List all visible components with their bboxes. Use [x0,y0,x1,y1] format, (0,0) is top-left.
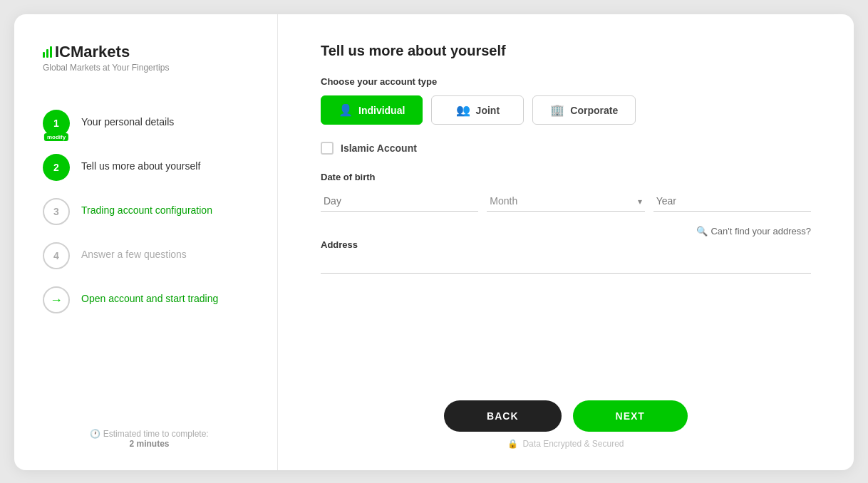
dob-year-input[interactable] [653,191,811,212]
step-4-label-area: Answer a few questions [81,242,187,261]
logo-bar-2 [46,49,48,58]
actions-row: BACK NEXT [321,379,811,432]
step-1-circle: 1 modify [43,110,70,137]
address-section: 🔍 Can't find your address? Address [321,226,811,274]
step-4-label: Answer a few questions [81,249,187,260]
step-2-label: Tell us more about yourself [81,160,200,172]
dob-section: Date of birth Month January February Mar… [321,172,811,212]
address-label: Address [321,239,811,250]
logo-ic: IC [55,43,71,61]
lock-icon: 🔒 [507,439,518,449]
dob-year-field [653,191,811,212]
individual-icon: 👤 [339,103,353,117]
address-input[interactable] [321,253,811,274]
step-5-label[interactable]: Open account and start trading [81,293,218,304]
step-3-label[interactable]: Trading account configuration [81,204,212,216]
section-title: Tell us more about yourself [321,43,811,59]
sidebar: ICMarkets Global Markets at Your Fingert… [14,14,278,470]
step-5-arrow-icon: → [50,293,63,308]
step-1-label: Your personal details [81,116,174,128]
step-3-label-area: Trading account configuration [81,198,212,217]
main-content: Tell us more about yourself Choose your … [278,14,854,470]
account-type-row: 👤 Individual 👥 Joint 🏢 Corporate [321,95,811,125]
islamic-account-label[interactable]: Islamic Account [341,142,417,154]
step-3-number: 3 [53,206,59,217]
logo-bar-3 [50,46,52,58]
step-2: 2 Tell us more about yourself [43,145,256,189]
islamic-account-checkbox[interactable] [321,142,334,155]
next-button[interactable]: NEXT [573,400,688,432]
step-4-number: 4 [53,250,59,261]
step-4: 4 Answer a few questions [43,234,256,278]
logo-bar-1 [43,52,45,58]
step-5: → Open account and start trading [43,278,256,322]
dob-month-field: Month January February March April May J… [487,191,644,212]
dob-month-select[interactable]: Month January February March April May J… [487,191,644,212]
step-2-circle: 2 [43,154,70,181]
logo-tagline: Global Markets at Your Fingertips [43,63,169,73]
steps-list: 1 modify Your personal details 2 [43,101,256,415]
dob-title: Date of birth [321,172,811,182]
dob-day-input[interactable] [321,191,478,212]
step-2-label-area: Tell us more about yourself [81,154,200,172]
step-3-circle: 3 [43,198,70,225]
logo-markets: Markets [71,43,130,61]
step-4-circle: 4 [43,242,70,269]
dob-day-field [321,191,478,212]
corporate-icon: 🏢 [550,103,564,117]
security-text: Data Encrypted & Secured [522,439,624,449]
cant-find-address-link[interactable]: 🔍 Can't find your address? [696,226,811,237]
logo-bars-icon [43,46,52,58]
corporate-label: Corporate [570,105,618,116]
logo-area: ICMarkets Global Markets at Your Fingert… [43,43,256,73]
joint-label: Joint [476,105,500,116]
islamic-account-row: Islamic Account [321,142,811,155]
search-icon: 🔍 [696,226,708,237]
step-1-label-area: Your personal details [81,110,174,128]
logo: ICMarkets [43,43,130,61]
step-1: 1 modify Your personal details [43,101,256,145]
joint-btn[interactable]: 👥 Joint [431,95,524,125]
dob-fields: Month January February March April May J… [321,191,811,212]
step-5-circle: → [43,286,70,313]
estimated-time: 🕐 Estimated time to complete: 2 minutes [43,415,256,449]
security-row: 🔒 Data Encrypted & Secured [321,439,811,449]
cant-find-text: Can't find your address? [711,226,811,237]
individual-btn[interactable]: 👤 Individual [321,95,423,125]
step-3: 3 Trading account configuration [43,189,256,234]
joint-icon: 👥 [456,103,470,117]
estimated-time-value: 2 minutes [129,439,169,449]
step-5-label-area: Open account and start trading [81,286,218,305]
clock-icon: 🕐 Estimated time to complete: [90,429,208,439]
step-1-number: 1 [53,118,59,129]
corporate-btn[interactable]: 🏢 Corporate [532,95,636,125]
step-2-number: 2 [53,162,59,173]
step-1-badge: modify [44,133,68,141]
main-card: ICMarkets Global Markets at Your Fingert… [14,14,854,470]
dob-month-wrapper: Month January February March April May J… [487,191,644,212]
individual-label: Individual [358,105,405,116]
account-type-label: Choose your account type [321,76,811,87]
back-button[interactable]: BACK [444,400,561,432]
